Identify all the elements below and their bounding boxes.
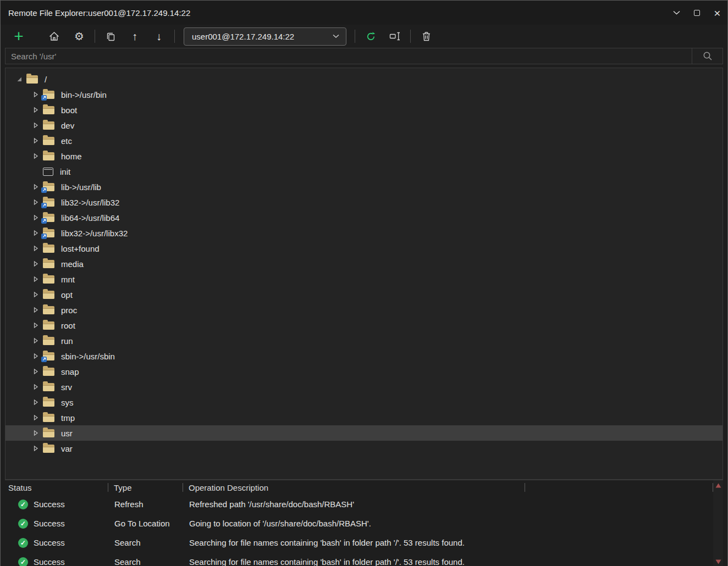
close-button[interactable]: × (707, 1, 727, 25)
tree-item-label: var (61, 444, 73, 453)
rename-button[interactable] (388, 27, 402, 45)
move-up-button[interactable]: ↑ (128, 27, 142, 45)
tree-item[interactable]: root (5, 318, 723, 333)
search-input[interactable] (5, 48, 692, 64)
tree-item[interactable]: opt (5, 287, 723, 302)
tree-item[interactable]: libx32->/usr/libx32 (5, 225, 723, 241)
plus-icon: + (14, 29, 24, 43)
log-row[interactable]: ✓ Success Search Searching for file name… (5, 533, 713, 552)
tree-item-label: init (60, 167, 70, 176)
scrollbar-track[interactable] (717, 488, 719, 559)
log-status-cell: ✓ Success (5, 500, 108, 509)
chevron-down-icon (673, 10, 680, 15)
delete-button[interactable] (419, 27, 433, 45)
log-row[interactable]: ✓ Success Refresh Refreshed path '/usr/s… (5, 495, 713, 514)
tree-item[interactable]: proc (5, 302, 723, 318)
tree-item[interactable]: etc (5, 133, 723, 148)
expand-icon[interactable] (33, 337, 38, 344)
success-check-icon: ✓ (18, 500, 28, 509)
tree-item[interactable]: lib32->/usr/lib32 (5, 195, 723, 210)
log-row[interactable]: ✓ Success Go To Location Going to locati… (5, 514, 713, 533)
scroll-up-arrow-icon[interactable] (715, 483, 721, 488)
tree-item[interactable]: lost+found (5, 241, 723, 256)
log-column-description[interactable]: Operation Description (183, 483, 525, 492)
symlink-badge (41, 218, 47, 224)
expand-icon[interactable] (33, 230, 38, 236)
home-button[interactable] (47, 27, 61, 45)
expand-icon[interactable] (33, 245, 38, 252)
expand-icon[interactable] (33, 368, 38, 375)
expand-icon[interactable] (33, 353, 38, 359)
scroll-down-arrow-icon[interactable] (715, 559, 721, 564)
expand-icon[interactable] (33, 445, 38, 452)
item-icon (43, 368, 54, 376)
expand-icon[interactable] (33, 291, 38, 298)
log-table: Status Type Operation Description ✓ Succ… (5, 480, 723, 566)
tree-item[interactable]: home (5, 148, 723, 164)
expand-icon[interactable] (33, 399, 38, 406)
expand-icon[interactable] (33, 260, 38, 267)
tree-item-label: libx32->/usr/libx32 (61, 229, 128, 238)
tree-item[interactable]: tmp (5, 410, 723, 425)
expand-icon[interactable] (33, 322, 38, 329)
expand-icon[interactable] (33, 107, 38, 113)
expand-icon[interactable] (33, 137, 38, 144)
tree-item[interactable]: lib->/usr/lib (5, 179, 723, 195)
close-icon: × (714, 7, 720, 19)
item-icon (43, 106, 54, 114)
move-down-button[interactable]: ↓ (152, 27, 166, 45)
toolbar: + ⚙ ↑ ↓ user001@172.17.249.14:22 (1, 25, 727, 48)
tree-root-item[interactable]: / (5, 71, 723, 87)
tree-item[interactable]: srv (5, 379, 723, 395)
log-row[interactable]: ✓ Success Search Searching for file name… (5, 552, 713, 566)
tree-item[interactable]: mnt (5, 271, 723, 287)
refresh-button[interactable] (363, 27, 378, 45)
search-button[interactable] (692, 48, 723, 64)
add-connection-button[interactable]: + (12, 27, 26, 45)
expand-icon[interactable] (33, 184, 38, 190)
tree-item[interactable]: boot (5, 102, 723, 118)
collapse-icon[interactable] (16, 76, 22, 82)
expand-icon[interactable] (33, 199, 38, 206)
connection-select[interactable]: user001@172.17.249.14:22 (184, 27, 346, 46)
tree-list: bin->/usr/bin boot dev etc (5, 87, 723, 456)
symlink-badge (41, 187, 47, 193)
expand-icon[interactable] (33, 91, 38, 98)
log-scrollbar[interactable] (713, 480, 723, 566)
tree-item-label: sys (61, 398, 74, 407)
item-icon (43, 383, 54, 391)
tree-item[interactable]: run (5, 333, 723, 348)
settings-button[interactable]: ⚙ (72, 27, 86, 45)
tree-item-label: boot (61, 106, 77, 115)
expand-icon[interactable] (33, 414, 38, 421)
tree-item[interactable]: var (5, 441, 723, 456)
tree-item[interactable]: sbin->/usr/sbin (5, 348, 723, 364)
tree-root-label: / (45, 75, 47, 84)
tree-item[interactable]: media (5, 256, 723, 271)
tree-item[interactable]: dev (5, 118, 723, 133)
duplicate-button[interactable] (103, 27, 118, 45)
expand-icon[interactable] (33, 384, 38, 390)
tree-item[interactable]: snap (5, 364, 723, 379)
log-status-label: Success (34, 519, 65, 528)
tree-item[interactable]: lib64->/usr/lib64 (5, 210, 723, 225)
refresh-icon (366, 31, 376, 42)
expand-icon[interactable] (33, 214, 38, 221)
item-icon (43, 198, 54, 207)
tree-item-label: lib->/usr/lib (61, 182, 101, 192)
gear-icon: ⚙ (74, 31, 84, 42)
log-column-status[interactable]: Status (5, 483, 108, 492)
tree-item[interactable]: init (5, 164, 723, 179)
expand-icon[interactable] (33, 153, 38, 159)
minimize-button[interactable] (666, 1, 687, 25)
expand-icon[interactable] (33, 276, 38, 282)
expand-icon[interactable] (33, 122, 38, 129)
tree-item[interactable]: bin->/usr/bin (5, 87, 723, 102)
expand-icon[interactable] (33, 430, 38, 436)
item-icon (43, 260, 54, 268)
expand-icon[interactable] (33, 307, 38, 313)
tree-item[interactable]: sys (5, 395, 723, 410)
tree-item[interactable]: usr (5, 425, 723, 441)
maximize-button[interactable] (687, 1, 707, 25)
log-column-type[interactable]: Type (108, 483, 183, 492)
